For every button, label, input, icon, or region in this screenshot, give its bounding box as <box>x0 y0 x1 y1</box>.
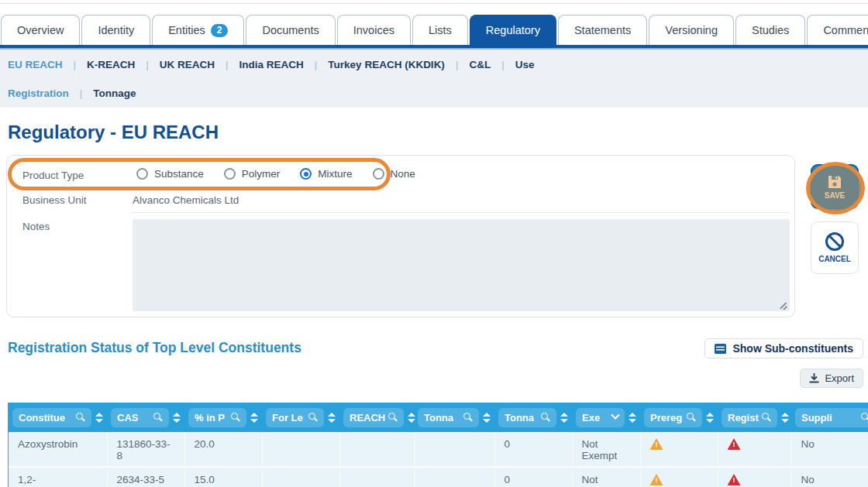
main-tab[interactable]: Entities 2 <box>152 15 244 45</box>
download-icon <box>809 373 819 383</box>
export-button[interactable]: Export <box>800 369 863 388</box>
main-tab[interactable]: Documents <box>246 15 335 45</box>
search-icon[interactable] <box>861 413 868 423</box>
table-cell: Not Exempt <box>572 467 640 487</box>
column-header[interactable]: REACH <box>339 403 414 432</box>
radio-icon[interactable] <box>373 168 384 180</box>
sort-arrows-icon[interactable] <box>95 413 103 423</box>
sort-arrows-icon[interactable] <box>408 413 415 423</box>
regulation-nav-item[interactable]: C&L | <box>469 59 504 70</box>
main-tab[interactable]: Comments <box>807 15 868 45</box>
column-filter[interactable]: Prereg <box>644 408 702 427</box>
column-header[interactable]: For Le <box>262 403 339 432</box>
sort-arrows-icon[interactable] <box>173 413 181 423</box>
column-header[interactable]: Exe <box>572 403 640 432</box>
search-icon[interactable] <box>231 413 240 423</box>
main-tab[interactable]: Statements <box>558 15 647 45</box>
column-filter[interactable]: Suppli <box>795 408 868 427</box>
nav-label: Turkey REACH (KKDIK) <box>328 59 445 70</box>
main-tab[interactable]: Lists <box>412 15 468 45</box>
column-header[interactable]: Constitue <box>9 403 107 432</box>
table-row[interactable]: Azoxystrobin131860-33-820.00Not ExemptNo <box>9 432 868 467</box>
page-title: Regulatory - EU REACH <box>8 122 219 143</box>
chevron-down-icon[interactable] <box>611 411 619 420</box>
column-header[interactable]: Tonna <box>494 403 572 432</box>
sort-arrows-icon[interactable] <box>483 413 491 423</box>
main-tab[interactable]: Studies <box>735 15 805 45</box>
search-icon[interactable] <box>76 413 85 423</box>
table-grid-icon <box>715 344 726 354</box>
column-filter[interactable]: Tonna <box>498 408 556 427</box>
regulation-nav-item[interactable]: Use | <box>515 59 535 70</box>
regulation-nav-item[interactable]: EU REACH | <box>8 59 76 70</box>
search-icon[interactable] <box>388 413 398 423</box>
column-filter[interactable]: Constitue <box>12 408 91 427</box>
regulation-nav-item[interactable]: K-REACH | <box>87 59 149 70</box>
subnav-band: EU REACH | K-REACH | UK REACH | India RE… <box>0 48 868 108</box>
table-cell <box>339 467 414 487</box>
table-cell <box>414 467 494 487</box>
regulation-nav-item[interactable]: Turkey REACH (KKDIK) | <box>328 59 458 70</box>
column-filter[interactable]: Exe <box>576 408 625 427</box>
search-icon[interactable] <box>308 413 318 423</box>
tab-label: Comments <box>823 24 868 36</box>
product-type-option[interactable]: Polymer <box>224 168 281 180</box>
constituents-table-wrap: ConstitueCAS% in PFor LeREACHTonnaTonnaE… <box>8 403 868 487</box>
tab-label: Identity <box>98 24 134 36</box>
column-header[interactable]: Regist <box>718 403 791 432</box>
cancel-button[interactable]: CANCEL <box>811 221 859 274</box>
product-type-option[interactable]: Substance <box>136 168 204 180</box>
tab-label: Overview <box>17 24 64 36</box>
product-type-option[interactable]: Mixture <box>300 168 352 180</box>
main-tab[interactable]: Invoices <box>337 15 411 45</box>
main-tab[interactable]: Regulatory <box>470 15 556 45</box>
column-filter[interactable]: For Le <box>266 408 324 427</box>
column-filter[interactable]: REACH <box>343 408 404 427</box>
search-icon[interactable] <box>153 413 163 423</box>
column-header[interactable]: % in P <box>184 403 262 432</box>
sort-arrows-icon[interactable] <box>328 413 336 423</box>
nav-label: K-REACH <box>87 59 135 70</box>
search-icon[interactable] <box>762 413 771 423</box>
main-tab[interactable]: Versioning <box>649 15 734 45</box>
sort-arrows-icon[interactable] <box>781 413 789 423</box>
column-filter[interactable]: Regist <box>722 408 777 427</box>
radio-icon[interactable] <box>300 168 312 180</box>
column-header[interactable]: CAS <box>107 403 184 432</box>
main-tab[interactable]: Identity <box>81 15 150 45</box>
search-icon[interactable] <box>687 413 696 423</box>
radio-icon[interactable] <box>136 168 148 180</box>
product-type-option[interactable]: None <box>373 168 415 180</box>
regulation-nav-item[interactable]: India REACH | <box>239 59 318 70</box>
cancel-label: CANCEL <box>818 255 851 263</box>
regulation-nav-item[interactable]: UK REACH | <box>160 59 229 70</box>
table-cell <box>640 432 718 467</box>
sort-arrows-icon[interactable] <box>706 413 714 423</box>
column-header[interactable]: Suppli <box>791 403 868 432</box>
column-header[interactable]: Tonna <box>414 403 494 432</box>
sort-arrows-icon[interactable] <box>629 413 636 423</box>
search-icon[interactable] <box>463 413 473 423</box>
column-header[interactable]: Prereg <box>640 403 718 432</box>
table-cell: 20.0 <box>184 432 262 467</box>
section-nav-item[interactable]: Tonnage | <box>93 87 136 99</box>
export-label: Export <box>825 372 854 384</box>
save-button[interactable]: SAVE <box>811 164 859 209</box>
sort-arrows-icon[interactable] <box>560 413 568 423</box>
radio-icon[interactable] <box>224 168 236 180</box>
sort-arrows-icon[interactable] <box>250 413 258 423</box>
column-filter[interactable]: Tonna <box>418 408 479 427</box>
column-filter[interactable]: CAS <box>111 408 169 427</box>
column-filter[interactable]: % in P <box>188 408 246 427</box>
search-icon[interactable] <box>541 413 550 423</box>
column-label: Exe <box>582 412 600 424</box>
textarea-resize-handle[interactable] <box>779 301 787 310</box>
main-tab[interactable]: Overview <box>1 15 80 45</box>
section-nav-item[interactable]: Registration | <box>8 87 82 99</box>
notes-textarea[interactable] <box>133 219 790 311</box>
table-cell: Azoxystrobin <box>9 432 107 467</box>
tab-label: Regulatory <box>486 24 540 36</box>
table-row[interactable]: 1,2-Benzisothiazol-2634-33-515.00Not Exe… <box>9 467 868 487</box>
show-sub-constituents-button[interactable]: Show Sub-constituents <box>704 338 863 358</box>
nav-label: India REACH <box>239 59 304 70</box>
